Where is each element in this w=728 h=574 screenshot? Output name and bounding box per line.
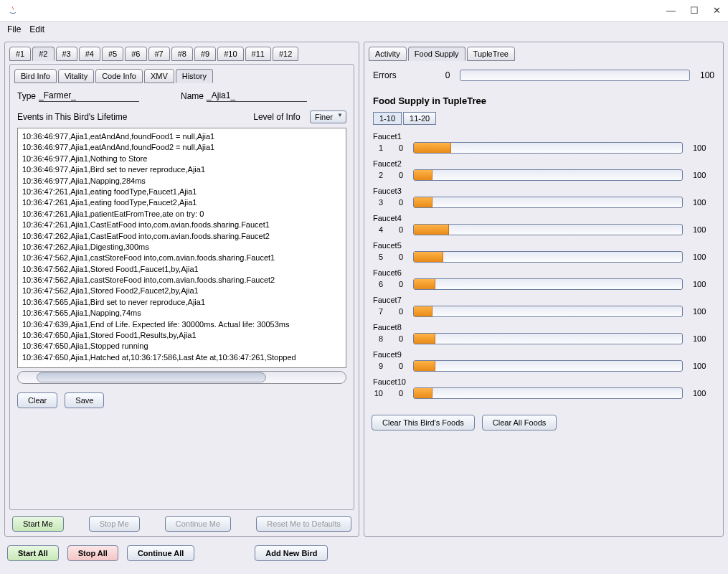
faucet-bar[interactable] <box>413 360 683 372</box>
faucet-label: Faucet10 <box>373 377 714 386</box>
faucet-low: 0 <box>393 389 403 397</box>
faucet-6: Faucet660100 <box>373 268 714 290</box>
event-row[interactable]: 10:36:47:262,Ajia1,CastEatFood into,com.… <box>22 231 341 242</box>
level-label: Level of Info <box>253 112 300 122</box>
sub-tab-bird-info[interactable]: Bird Info <box>14 69 57 83</box>
save-button[interactable]: Save <box>65 392 104 408</box>
sub-tab-xmv[interactable]: XMV <box>144 69 174 83</box>
faucet-bar[interactable] <box>413 387 683 399</box>
faucet-low: 0 <box>393 307 403 316</box>
faucet-bar[interactable] <box>413 278 683 290</box>
continue-all-button[interactable]: Continue All <box>127 545 194 561</box>
faucet-bar[interactable] <box>413 142 683 154</box>
main-tab-6[interactable]: #6 <box>125 47 146 61</box>
reset-me-button[interactable]: Reset Me to Defaults <box>256 516 351 532</box>
continue-me-button[interactable]: Continue Me <box>165 516 231 532</box>
close-button[interactable]: ✕ <box>713 5 721 16</box>
main-tab-4[interactable]: #4 <box>79 47 100 61</box>
event-row[interactable]: 10:36:47:261,Ajia1,patientEatFromTree,at… <box>22 209 341 220</box>
main-tab-12[interactable]: #12 <box>273 47 298 61</box>
clear-button[interactable]: Clear <box>17 392 57 408</box>
faucet-7: Faucet770100 <box>373 296 714 317</box>
start-all-button[interactable]: Start All <box>7 545 59 561</box>
event-row[interactable]: 10:36:46:977,Ajia1,Napping,284ms <box>22 176 341 187</box>
sub-tabs: Bird InfoVitalityCode InfoXMVHistory <box>14 69 349 83</box>
event-row[interactable]: 10:36:47:650,Ajia1,Stored Food1,Results,… <box>22 330 341 341</box>
faucet-index: 9 <box>373 362 383 370</box>
java-icon <box>7 5 19 17</box>
faucet-bar[interactable] <box>413 251 683 263</box>
faucet-max: 100 <box>693 225 714 234</box>
range-tab-11-20[interactable]: 11-20 <box>403 112 436 125</box>
event-row[interactable]: 10:36:47:650,Ajia1,Stopped running <box>22 341 341 352</box>
events-listbox[interactable]: 10:36:46:977,Ajia1,eatAndAnd,foundFood1 … <box>17 128 346 368</box>
event-row[interactable]: 10:36:47:639,Ajia1,End of Life. Expected… <box>22 319 341 330</box>
minimize-button[interactable]: — <box>666 5 676 16</box>
faucet-bar[interactable] <box>413 306 683 317</box>
main-tab-9[interactable]: #9 <box>194 47 216 61</box>
clear-all-foods-button[interactable]: Clear All Foods <box>482 415 557 430</box>
start-me-button[interactable]: Start Me <box>12 516 64 532</box>
menu-edit[interactable]: Edit <box>29 24 44 34</box>
clear-this-foods-button[interactable]: Clear This Bird's Foods <box>372 415 475 430</box>
main-tab-3[interactable]: #3 <box>56 47 77 61</box>
type-label: Type <box>17 91 36 101</box>
faucet-low: 0 <box>393 253 403 261</box>
event-row[interactable]: 10:36:46:977,Ajia1,Bird set to never rep… <box>22 164 341 175</box>
right-tab-activity[interactable]: Activity <box>369 47 407 61</box>
faucet-low: 0 <box>393 198 403 207</box>
menu-file[interactable]: File <box>7 24 21 34</box>
event-row[interactable]: 10:36:46:977,Ajia1,Nothing to Store <box>22 154 341 164</box>
horizontal-scrollbar[interactable] <box>17 371 346 384</box>
sub-tab-vitality[interactable]: Vitality <box>58 69 94 83</box>
event-row[interactable]: 10:36:47:565,Ajia1,Napping,74ms <box>22 308 341 319</box>
event-row[interactable]: 10:36:47:562,Ajia1,Stored Food2,Faucet2,… <box>22 286 341 296</box>
faucet-label: Faucet9 <box>373 350 714 359</box>
event-row[interactable]: 10:36:47:650,Ajia1,Hatched at,10:36:17:5… <box>22 352 341 363</box>
faucet-1: Faucet110100 <box>373 132 714 154</box>
faucet-bar[interactable] <box>413 197 683 208</box>
event-row[interactable]: 10:36:47:262,Ajia1,Digesting,300ms <box>22 242 341 253</box>
main-tab-8[interactable]: #8 <box>171 47 193 61</box>
stop-all-button[interactable]: Stop All <box>67 545 118 561</box>
right-tabs: ActivityFood SupplyTupleTree <box>369 47 719 61</box>
main-tab-2[interactable]: #2 <box>32 47 54 61</box>
faucet-max: 100 <box>693 307 714 316</box>
faucet-max: 100 <box>693 280 714 288</box>
main-tab-11[interactable]: #11 <box>245 47 271 61</box>
main-tabs: #1#2#3#4#5#6#7#8#9#10#11#12 <box>9 47 354 61</box>
faucet-index: 8 <box>373 334 383 343</box>
event-row[interactable]: 10:36:47:562,Ajia1,castStoreFood into,co… <box>22 253 341 263</box>
main-tab-1[interactable]: #1 <box>9 47 31 61</box>
event-row[interactable]: 10:36:47:261,Ajia1,CastEatFood into,com.… <box>22 220 341 230</box>
faucet-4: Faucet440100 <box>373 214 714 235</box>
event-row[interactable]: 10:36:47:562,Ajia1,castStoreFood into,co… <box>22 275 341 286</box>
faucet-bar[interactable] <box>413 169 683 181</box>
event-row[interactable]: 10:36:47:261,Ajia1,eating foodType,Fauce… <box>22 197 341 208</box>
event-row[interactable]: 10:36:47:562,Ajia1,Stored Food1,Faucet1,… <box>22 264 341 275</box>
event-row[interactable]: 10:36:47:261,Ajia1,eating foodType,Fauce… <box>22 187 341 197</box>
main-tab-5[interactable]: #5 <box>102 47 123 61</box>
level-select[interactable]: Finer <box>310 110 346 123</box>
errors-low: 0 <box>445 70 450 80</box>
faucet-bar[interactable] <box>413 224 683 235</box>
main-tab-7[interactable]: #7 <box>148 47 170 61</box>
faucet-bar[interactable] <box>413 333 683 344</box>
sub-tab-history[interactable]: History <box>176 69 213 83</box>
event-row[interactable]: 10:36:47:565,Ajia1,Bird set to never rep… <box>22 297 341 308</box>
right-tab-tupletree[interactable]: TupleTree <box>467 47 515 61</box>
faucet-index: 1 <box>373 144 383 152</box>
event-row[interactable]: 10:36:46:977,Ajia1,eatAndAnd,foundFood2 … <box>22 142 341 153</box>
faucet-index: 6 <box>373 280 383 288</box>
main-tab-10[interactable]: #10 <box>217 47 243 61</box>
faucet-max: 100 <box>693 389 714 397</box>
stop-me-button[interactable]: Stop Me <box>89 516 140 532</box>
maximize-button[interactable]: ☐ <box>690 5 699 16</box>
faucet-8: Faucet880100 <box>373 323 714 344</box>
range-tab-1-10[interactable]: 1-10 <box>373 112 402 125</box>
right-tab-food-supply[interactable]: Food Supply <box>408 47 465 61</box>
sub-tab-code-info[interactable]: Code Info <box>95 69 143 83</box>
add-new-bird-button[interactable]: Add New Bird <box>255 545 328 561</box>
event-row[interactable]: 10:36:46:977,Ajia1,eatAndAnd,foundFood1 … <box>22 131 341 142</box>
faucet-index: 5 <box>373 253 383 261</box>
